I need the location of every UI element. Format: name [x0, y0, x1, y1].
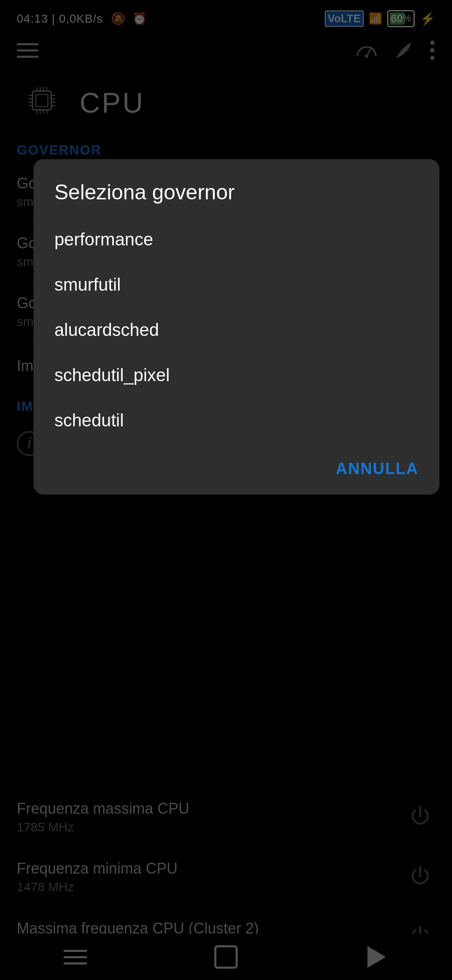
- governor-option-alucardsched[interactable]: alucardsched: [54, 307, 419, 353]
- governor-option-schedutil-pixel[interactable]: schedutil_pixel: [54, 353, 419, 398]
- dialog-cancel-button[interactable]: ANNULLA: [336, 460, 419, 478]
- dialog-actions: ANNULLA: [54, 451, 419, 478]
- governor-option-smurfutil[interactable]: smurfutil: [54, 262, 419, 307]
- select-governor-dialog: Seleziona governor performance smurfutil…: [33, 159, 439, 495]
- governor-option-performance[interactable]: performance: [54, 217, 419, 262]
- governor-option-schedutil[interactable]: schedutil: [54, 398, 419, 443]
- dialog-title: Seleziona governor: [54, 180, 419, 204]
